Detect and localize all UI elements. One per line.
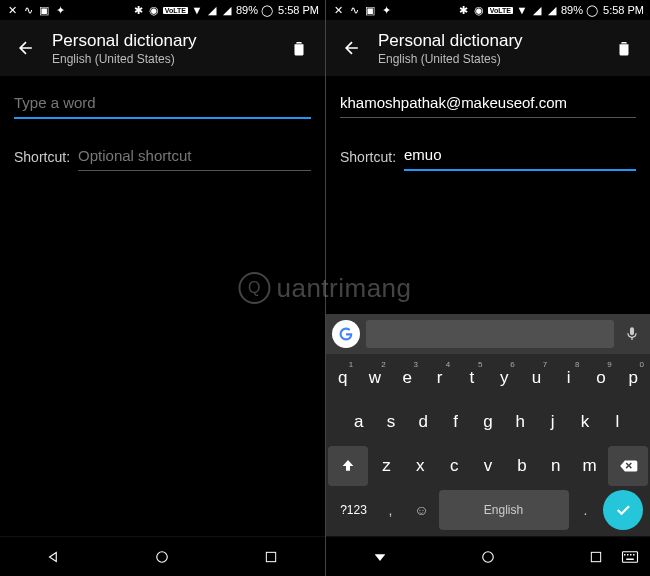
battery-icon: ◯: [261, 4, 273, 16]
period-key[interactable]: .: [572, 490, 600, 530]
key-u[interactable]: u7: [522, 358, 551, 398]
svg-point-2: [483, 551, 494, 562]
bluetooth-icon: ✱: [133, 4, 145, 16]
nav-home[interactable]: [474, 543, 502, 571]
key-f[interactable]: f: [441, 402, 470, 442]
signal-icon: ◢: [206, 4, 218, 16]
page-subtitle: English (United States): [378, 52, 610, 66]
shift-key[interactable]: [328, 446, 368, 486]
svg-rect-3: [591, 552, 600, 561]
enter-key[interactable]: [603, 490, 643, 530]
key-g[interactable]: g: [473, 402, 502, 442]
svg-rect-4: [623, 551, 638, 562]
key-l[interactable]: l: [603, 402, 632, 442]
word-input[interactable]: [340, 88, 636, 118]
content-area: Shortcut:: [326, 76, 650, 183]
clock: 5:58 PM: [278, 4, 319, 16]
backspace-key[interactable]: [608, 446, 648, 486]
key-j[interactable]: j: [538, 402, 567, 442]
app-bar: Personal dictionary English (United Stat…: [0, 20, 325, 76]
keyboard-toggle-icon[interactable]: [618, 545, 642, 569]
phone-right: ✕ ∿ ▣ ✦ ✱ ◉ VoLTE ▼ ◢ ◢ 89% ◯ 5:58 PM: [325, 0, 650, 576]
wifi-icon: ▼: [516, 4, 528, 16]
delete-button[interactable]: [610, 34, 638, 62]
shortcut-input[interactable]: [404, 140, 636, 171]
svg-rect-5: [624, 554, 626, 556]
page-title: Personal dictionary: [378, 31, 610, 51]
back-button[interactable]: [12, 34, 40, 62]
key-d[interactable]: d: [409, 402, 438, 442]
phone-left: ✕ ∿ ▣ ✦ ✱ ◉ VoLTE ▼ ◢ ◢ 89% ◯ 5:58 PM: [0, 0, 325, 576]
battery-percent: 89%: [236, 4, 258, 16]
key-r[interactable]: r4: [425, 358, 454, 398]
svg-rect-8: [633, 554, 635, 556]
nav-back[interactable]: [40, 543, 68, 571]
image-icon: ▣: [364, 4, 376, 16]
shortcut-label: Shortcut:: [14, 149, 70, 171]
google-icon[interactable]: [332, 320, 360, 348]
delete-button[interactable]: [285, 34, 313, 62]
app-bar: Personal dictionary English (United Stat…: [326, 20, 650, 76]
battery-icon: ◯: [586, 4, 598, 16]
key-t[interactable]: t5: [457, 358, 486, 398]
keyboard: q1w2e3r4t5y6u7i8o9p0 asdfghjkl zxcvbnm ?…: [326, 314, 650, 536]
nav-recents[interactable]: [257, 543, 285, 571]
key-k[interactable]: k: [570, 402, 599, 442]
clock: 5:58 PM: [603, 4, 644, 16]
signal-icon-2: ◢: [221, 4, 233, 16]
key-v[interactable]: v: [473, 446, 504, 486]
back-button[interactable]: [338, 34, 366, 62]
key-a[interactable]: a: [344, 402, 373, 442]
key-q[interactable]: q1: [328, 358, 357, 398]
page-subtitle: English (United States): [52, 52, 285, 66]
key-n[interactable]: n: [540, 446, 571, 486]
svg-rect-7: [630, 554, 632, 556]
mic-icon[interactable]: [620, 322, 644, 346]
shortcut-label: Shortcut:: [340, 149, 396, 171]
key-z[interactable]: z: [371, 446, 402, 486]
battery-percent: 89%: [561, 4, 583, 16]
key-s[interactable]: s: [376, 402, 405, 442]
svg-rect-6: [627, 554, 629, 556]
sync-icon: ∿: [348, 4, 360, 16]
loop-icon: ✦: [380, 4, 392, 16]
svg-point-0: [157, 551, 168, 562]
key-m[interactable]: m: [574, 446, 605, 486]
key-w[interactable]: w2: [360, 358, 389, 398]
key-p[interactable]: p0: [619, 358, 648, 398]
signal-icon: ◢: [531, 4, 543, 16]
emoji-key[interactable]: ☺: [408, 490, 436, 530]
key-o[interactable]: o9: [586, 358, 615, 398]
image-icon: ▣: [38, 4, 50, 16]
key-x[interactable]: x: [405, 446, 436, 486]
word-input[interactable]: [14, 88, 311, 119]
location-icon: ◉: [148, 4, 160, 16]
suggestion-input[interactable]: [366, 320, 614, 348]
status-bar: ✕ ∿ ▣ ✦ ✱ ◉ VoLTE ▼ ◢ ◢ 89% ◯ 5:58 PM: [326, 0, 650, 20]
key-b[interactable]: b: [506, 446, 537, 486]
sync-icon: ∿: [22, 4, 34, 16]
key-y[interactable]: y6: [490, 358, 519, 398]
space-key[interactable]: English: [439, 490, 569, 530]
svg-rect-9: [626, 558, 634, 560]
shortcut-input[interactable]: [78, 141, 311, 171]
suggestion-bar: [326, 314, 650, 354]
symbols-key[interactable]: ?123: [334, 490, 374, 530]
nav-bar: [0, 536, 325, 576]
key-e[interactable]: e3: [393, 358, 422, 398]
page-title: Personal dictionary: [52, 31, 285, 51]
nav-recents[interactable]: [582, 543, 610, 571]
svg-rect-1: [266, 552, 275, 561]
key-h[interactable]: h: [506, 402, 535, 442]
wifi-icon: ▼: [191, 4, 203, 16]
signal-icon-2: ◢: [546, 4, 558, 16]
key-c[interactable]: c: [439, 446, 470, 486]
comma-key[interactable]: ,: [377, 490, 405, 530]
loop-icon: ✦: [54, 4, 66, 16]
do-not-disturb-icon: ✕: [6, 4, 18, 16]
nav-back-keyboard[interactable]: [366, 543, 394, 571]
key-i[interactable]: i8: [554, 358, 583, 398]
bluetooth-icon: ✱: [458, 4, 470, 16]
volte-badge: VoLTE: [163, 7, 188, 14]
nav-home[interactable]: [148, 543, 176, 571]
